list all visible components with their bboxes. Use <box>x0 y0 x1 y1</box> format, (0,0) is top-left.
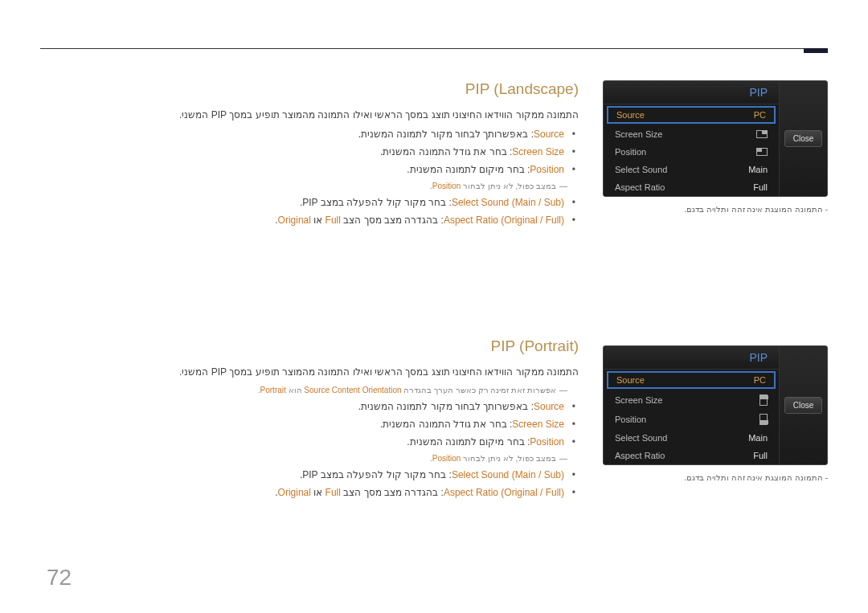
row-label: Aspect Ratio <box>615 451 665 460</box>
row-label: Position <box>615 415 646 424</box>
row-label: Select Sound <box>615 433 667 443</box>
pip-title: PIP <box>604 81 779 104</box>
close-button[interactable]: Close <box>784 130 823 147</box>
close-button[interactable]: Close <box>784 397 823 414</box>
list-item: Screen Size: בחר את גודל התמונה המשנית. <box>113 419 579 430</box>
row-label: Position <box>615 147 646 157</box>
position-icon <box>756 148 768 156</box>
position-icon <box>760 394 768 406</box>
availability-note: אפשרות זאת זמינה רק כאשר הערך בהגדרה Sou… <box>113 386 556 394</box>
top-accent <box>804 48 828 53</box>
sub-note: במצב כפול, לא ניתן לבחור Position. <box>113 182 556 190</box>
section-title: PIP (Landscape) <box>113 80 579 98</box>
list-item: Select Sound (Main / Sub): בחר מקור קול … <box>113 197 579 208</box>
intro-text: התמונה ממקור הווידאו החיצוני תוצג במסך ה… <box>113 109 579 121</box>
row-value <box>760 394 768 406</box>
pip-row-screen-size[interactable]: Screen Size <box>604 390 779 410</box>
list-item: Source: באפשרותך לבחור מקור לתמונה המשני… <box>113 129 579 140</box>
pip-row-aspect-ratio[interactable]: Aspect RatioFull <box>604 447 779 464</box>
top-border <box>40 48 828 49</box>
pip-row-select-sound[interactable]: Select SoundMain <box>604 161 779 178</box>
pip-caption: - התמונה המוצגת אינה זהה ותלויה בדגם. <box>603 473 828 482</box>
list-item: Position: בחר מיקום לתמונה המשנית. <box>113 436 579 447</box>
position-icon <box>760 414 768 425</box>
row-value <box>756 130 768 138</box>
row-value: Full <box>753 182 768 192</box>
row-value: PC <box>754 375 766 385</box>
pip-dialog-landscape: PIP SourcePCScreen SizePositionSelect So… <box>603 80 828 214</box>
section-title: PIP (Portrait) <box>113 337 579 355</box>
position-icon <box>756 130 768 138</box>
row-label: Source <box>616 110 645 120</box>
pip-row-position[interactable]: Position <box>604 143 779 161</box>
list-item: Select Sound (Main / Sub): בחר מקור קול … <box>113 469 579 480</box>
list-item: Screen Size: בחר את גודל התמונה המשנית. <box>113 146 579 157</box>
list-item: Aspect Ratio (Original / Full): בהגדרה מ… <box>113 215 579 226</box>
section-landscape: PIP (Landscape) התמונה ממקור הווידאו החי… <box>113 80 579 232</box>
row-value: Full <box>753 451 768 460</box>
intro-text: התמונה ממקור הווידאו החיצוני תוצג במסך ה… <box>113 366 579 378</box>
section-portrait: PIP (Portrait) התמונה ממקור הווידאו החיצ… <box>113 337 579 505</box>
list-item: Aspect Ratio (Original / Full): בהגדרה מ… <box>113 487 579 498</box>
row-label: Source <box>616 375 645 385</box>
pip-row-aspect-ratio[interactable]: Aspect RatioFull <box>604 178 779 196</box>
pip-row-source[interactable]: SourcePC <box>607 371 776 389</box>
sub-note: במצב כפול, לא ניתן לבחור Position. <box>113 454 556 463</box>
pip-row-source[interactable]: SourcePC <box>607 106 776 124</box>
pip-row-position[interactable]: Position <box>604 410 779 429</box>
list-item: Source: באפשרותך לבחור מקור לתמונה המשני… <box>113 401 579 412</box>
pip-row-select-sound[interactable]: Select SoundMain <box>604 429 779 447</box>
row-value: Main <box>748 165 768 174</box>
pip-dialog-portrait: PIP SourcePCScreen SizePositionSelect So… <box>603 345 828 482</box>
pip-row-screen-size[interactable]: Screen Size <box>604 125 779 143</box>
row-value <box>756 148 768 156</box>
row-label: Screen Size <box>615 129 662 139</box>
row-label: Select Sound <box>615 165 667 174</box>
row-value: Main <box>748 433 768 443</box>
row-value <box>760 414 768 425</box>
pip-caption: - התמונה המוצגת אינה זהה ותלויה בדגם. <box>603 205 828 214</box>
page-number: 72 <box>47 565 72 591</box>
row-label: Screen Size <box>615 395 662 405</box>
pip-title: PIP <box>604 346 779 370</box>
list-item: Position: בחר מיקום לתמונה המשנית. <box>113 164 579 175</box>
row-label: Aspect Ratio <box>615 182 665 192</box>
row-value: PC <box>754 110 766 120</box>
